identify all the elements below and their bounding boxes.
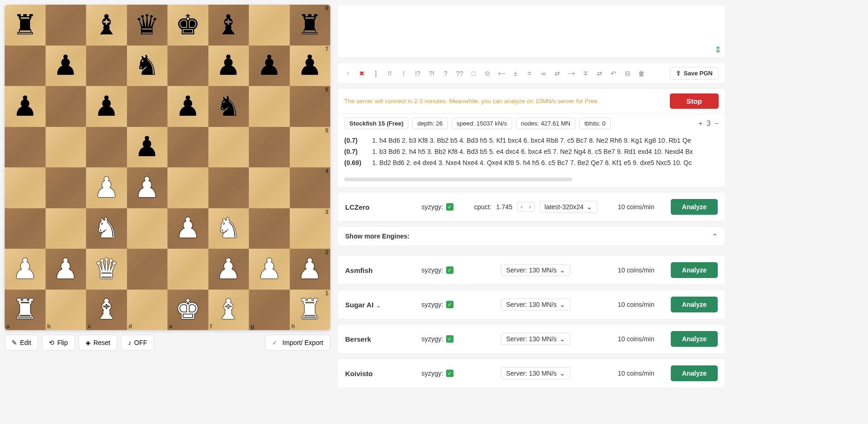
piece-white-p[interactable]: ♟ xyxy=(134,174,160,202)
square-d8[interactable]: ♛ xyxy=(127,5,168,46)
piece-white-p[interactable]: ♟ xyxy=(94,174,119,202)
piece-white-n[interactable]: ♞ xyxy=(94,214,119,242)
annotation-tool-0[interactable]: ↑ xyxy=(344,70,352,77)
square-g8[interactable] xyxy=(249,5,290,46)
pv-plus-button[interactable]: + xyxy=(698,119,702,128)
annotation-tool-16[interactable]: −+ xyxy=(568,70,575,77)
piece-black-r[interactable]: ♜ xyxy=(13,11,38,39)
square-d4[interactable]: ♟ xyxy=(127,167,168,208)
piece-white-p[interactable]: ♟ xyxy=(216,255,241,283)
square-e7[interactable] xyxy=(167,46,208,86)
syzygy-checkbox[interactable]: ✓ xyxy=(446,301,454,308)
net-select[interactable]: latest-320x24 ⌄ xyxy=(540,201,597,213)
square-c5[interactable] xyxy=(86,127,127,168)
annotation-tool-17[interactable]: ∓ xyxy=(582,70,589,77)
annotation-tool-20[interactable]: ⊟ xyxy=(624,70,631,77)
square-f4[interactable] xyxy=(208,167,249,208)
stop-button[interactable]: Stop xyxy=(670,93,719,109)
annotation-tool-11[interactable]: +− xyxy=(498,70,505,77)
show-more-engines[interactable]: Show more Engines: ⌃ xyxy=(337,226,726,246)
annotation-tool-12[interactable]: ± xyxy=(512,70,519,77)
piece-black-p[interactable]: ♟ xyxy=(297,52,322,80)
piece-black-b[interactable]: ♝ xyxy=(216,11,241,39)
sound-button[interactable]: ♪ OFF xyxy=(121,335,154,351)
square-f8[interactable]: ♝ xyxy=(208,5,249,46)
square-h3[interactable]: 3 xyxy=(290,208,331,249)
square-h1[interactable]: ♜h1 xyxy=(290,290,331,331)
piece-black-b[interactable]: ♝ xyxy=(94,11,119,39)
annotation-tool-21[interactable]: 🗑 xyxy=(638,70,645,77)
piece-black-p[interactable]: ♟ xyxy=(175,93,200,120)
server-select[interactable]: Server: 130 MN/s⌄ xyxy=(501,333,570,345)
square-f3[interactable]: ♞ xyxy=(208,208,249,249)
server-select[interactable]: Server: 130 MN/s⌄ xyxy=(501,367,570,379)
square-b7[interactable]: ♟ xyxy=(46,46,87,86)
variation-line[interactable]: (0.7)1. b3 Bd6 2. h4 h5 3. Bb2 Kf8 4. Bd… xyxy=(344,146,719,157)
square-b3[interactable] xyxy=(46,208,87,249)
syzygy-checkbox[interactable]: ✓ xyxy=(446,370,454,377)
server-select[interactable]: Server: 130 MN/s⌄ xyxy=(501,298,570,311)
square-h2[interactable]: ♟2 xyxy=(290,249,331,290)
square-b4[interactable] xyxy=(46,167,87,208)
annotation-tool-2[interactable]: ] xyxy=(372,70,380,77)
square-g2[interactable]: ♟ xyxy=(249,249,290,290)
annotation-tool-1[interactable]: ✖ xyxy=(358,70,366,77)
square-a8[interactable]: ♜ xyxy=(5,5,46,46)
square-b6[interactable] xyxy=(46,86,87,127)
square-a4[interactable] xyxy=(5,167,46,208)
analyze-button[interactable]: Analyze xyxy=(671,199,718,215)
square-f5[interactable] xyxy=(208,127,249,168)
square-e5[interactable] xyxy=(167,127,208,168)
reset-button[interactable]: ◈ Reset xyxy=(79,335,118,351)
annotation-tool-13[interactable]: = xyxy=(526,70,533,77)
piece-black-p[interactable]: ♟ xyxy=(257,52,282,80)
chevron-left-icon[interactable]: ‹ xyxy=(518,202,526,212)
piece-white-n[interactable]: ♞ xyxy=(216,214,241,242)
chess-board[interactable]: ♜♝♛♚♝♜8♟♞♟♟♟7♟♟♟♞6♟5♟♟4♞♟♞3♟♟♛♟♟♟2♜ab♝cd… xyxy=(5,5,330,330)
square-b8[interactable] xyxy=(46,5,87,46)
square-d1[interactable]: d xyxy=(127,290,168,331)
analyze-button[interactable]: Analyze xyxy=(671,297,718,312)
cpuct-stepper[interactable]: ‹ › xyxy=(517,202,535,212)
square-e4[interactable] xyxy=(167,167,208,208)
piece-white-b[interactable]: ♝ xyxy=(94,296,119,324)
square-c8[interactable]: ♝ xyxy=(86,5,127,46)
piece-white-p[interactable]: ♟ xyxy=(53,255,78,283)
flip-button[interactable]: ⟲ Flip xyxy=(42,335,75,351)
square-a3[interactable] xyxy=(5,208,46,249)
save-pgn-button[interactable]: ⇪Save PGN xyxy=(670,67,719,80)
piece-white-p[interactable]: ♟ xyxy=(175,214,200,242)
square-d7[interactable]: ♞ xyxy=(127,46,168,86)
square-c1[interactable]: ♝c xyxy=(86,290,127,331)
square-c3[interactable]: ♞ xyxy=(86,208,127,249)
annotation-tool-15[interactable]: ⇄ xyxy=(554,70,561,77)
horizontal-scrollbar[interactable] xyxy=(344,178,572,181)
pv-minus-button[interactable]: − xyxy=(714,119,719,128)
piece-black-p[interactable]: ♟ xyxy=(94,93,119,120)
piece-black-p[interactable]: ♟ xyxy=(134,133,160,161)
import-export-button[interactable]: ✓ Import/ Export xyxy=(265,335,330,351)
syzygy-checkbox[interactable]: ✓ xyxy=(446,266,454,274)
square-f7[interactable]: ♟ xyxy=(208,46,249,86)
resize-handle-icon[interactable]: ⇕ xyxy=(714,45,721,55)
square-a6[interactable]: ♟ xyxy=(5,86,46,127)
square-b2[interactable]: ♟ xyxy=(46,249,87,290)
square-d5[interactable]: ♟ xyxy=(127,127,168,168)
square-e1[interactable]: ♚e xyxy=(167,290,208,331)
annotation-tool-4[interactable]: ! xyxy=(400,70,407,77)
analyze-button[interactable]: Analyze xyxy=(671,262,718,278)
square-g7[interactable]: ♟ xyxy=(249,46,290,86)
annotation-tool-14[interactable]: ∞ xyxy=(540,70,547,77)
square-f1[interactable]: ♝f xyxy=(208,290,249,331)
square-g4[interactable] xyxy=(249,167,290,208)
annotation-tool-9[interactable]: □ xyxy=(470,70,477,77)
square-b1[interactable]: b xyxy=(46,290,87,331)
square-e8[interactable]: ♚ xyxy=(167,5,208,46)
square-b5[interactable] xyxy=(46,127,87,168)
piece-white-p[interactable]: ♟ xyxy=(13,255,38,283)
annotation-tool-19[interactable]: ↶ xyxy=(610,70,617,77)
piece-white-p[interactable]: ♟ xyxy=(257,255,282,283)
square-a1[interactable]: ♜a xyxy=(5,290,46,331)
piece-white-r[interactable]: ♜ xyxy=(297,296,322,324)
variation-line[interactable]: (0.7)1. h4 Bd6 2. b3 Kf8 3. Bb2 b5 4. Bd… xyxy=(344,135,719,146)
